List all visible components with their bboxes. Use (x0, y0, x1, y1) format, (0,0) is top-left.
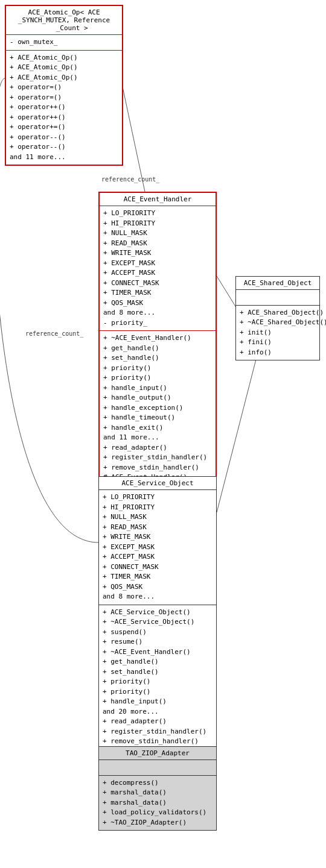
box-shared-object-title: ACE_Shared_Object (236, 277, 319, 290)
box-tao-ziop: TAO_ZIOP_Adapter + decompress() + marsha… (98, 746, 217, 831)
box-atomic-op-title: ACE_Atomic_Op< ACE_SYNCH_MUTEX, Referenc… (6, 6, 122, 35)
box-service-object-methods: + ACE_Service_Object() + ~ACE_Service_Ob… (99, 605, 216, 760)
box-service-object-constants: + LO_PRIORITY + HI_PRIORITY + NULL_MASK … (99, 490, 216, 605)
box-tao-ziop-empty (99, 760, 216, 776)
diagram-container: reference_count_ reference_count_ ACE_At… (0, 0, 326, 868)
box-event-handler: ACE_Event_Handler + LO_PRIORITY + HI_PRI… (98, 192, 217, 486)
box-event-handler-methods: + ~ACE_Event_Handler() + get_handle() + … (100, 331, 216, 485)
box-shared-object: ACE_Shared_Object + ACE_Shared_Object() … (235, 276, 320, 360)
svg-line-7 (217, 345, 260, 512)
svg-line-0 (121, 78, 145, 192)
box-tao-ziop-title: TAO_ZIOP_Adapter (99, 747, 216, 760)
box-shared-object-methods: + ACE_Shared_Object() + ~ACE_Shared_Obje… (236, 306, 319, 360)
box-shared-object-empty (236, 290, 319, 306)
box-atomic-op-fields: - own_mutex_ (6, 35, 122, 51)
box-event-handler-title: ACE_Event_Handler (100, 193, 216, 206)
label-reference-count-top: reference_count_ (101, 176, 159, 183)
box-atomic-op-methods: + ACE_Atomic_Op() + ACE_Atomic_Op() + AC… (6, 51, 122, 165)
box-tao-ziop-methods: + decompress() + marshal_data() + marsha… (99, 776, 216, 831)
box-atomic-op: ACE_Atomic_Op< ACE_SYNCH_MUTEX, Referenc… (5, 5, 123, 166)
box-service-object: ACE_Service_Object + LO_PRIORITY + HI_PR… (98, 476, 217, 760)
box-event-handler-constants: + LO_PRIORITY + HI_PRIORITY + NULL_MASK … (100, 206, 216, 331)
label-reference-count-left: reference_count_ (25, 330, 83, 337)
box-service-object-title: ACE_Service_Object (99, 477, 216, 490)
